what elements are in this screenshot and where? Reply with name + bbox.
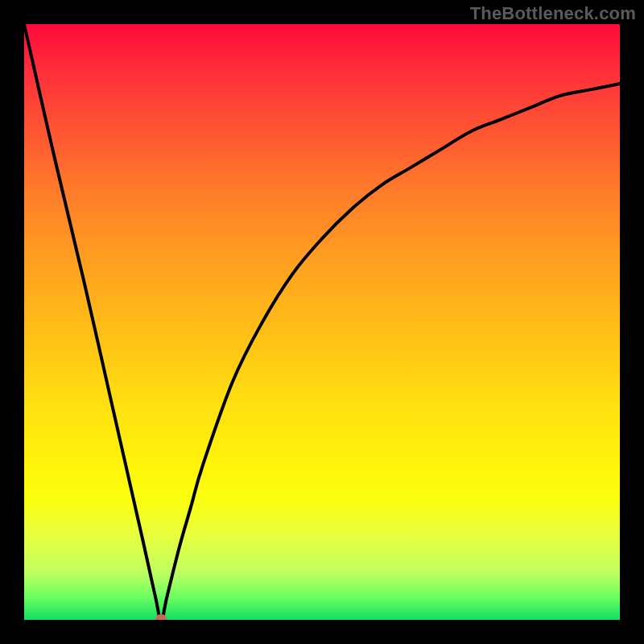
chart-frame: TheBottleneck.com: [0, 0, 644, 644]
bottleneck-curve: [24, 24, 620, 620]
minimum-marker: [155, 614, 167, 620]
watermark-text: TheBottleneck.com: [470, 3, 636, 24]
curve-layer: [24, 24, 620, 620]
plot-area: [24, 24, 620, 620]
